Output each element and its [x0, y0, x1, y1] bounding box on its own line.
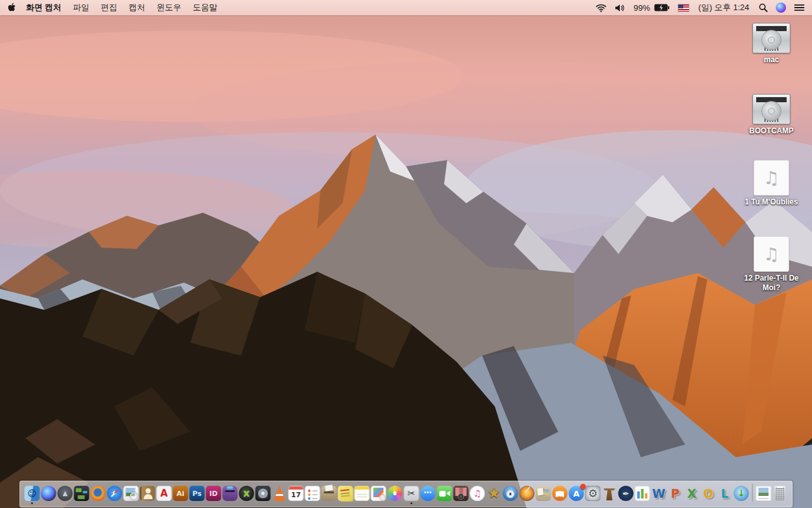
desktop-icon-label: 1 Tu M'Oublies: [733, 197, 809, 207]
desktop-icon-label: BOOTCAMP: [733, 126, 809, 136]
desktop-icon-audio-12-parle-t-il-de-moi[interactable]: 12 Parle-T-Il De Moi?: [733, 236, 809, 293]
menu-윈도우[interactable]: 윈도우: [157, 2, 181, 13]
dock-keynote[interactable]: [602, 486, 617, 501]
menu-도움말[interactable]: 도움말: [193, 2, 218, 13]
lync-glyph: L: [721, 488, 728, 500]
dock-messages[interactable]: ⋯: [421, 486, 436, 501]
menu-파일[interactable]: 파일: [73, 2, 89, 13]
dock-vlc[interactable]: [272, 486, 287, 501]
excel-glyph: X: [687, 488, 697, 500]
dock-archive-box[interactable]: [322, 486, 337, 501]
dock-launchpad[interactable]: ▲: [58, 486, 73, 501]
volume-icon[interactable]: [615, 4, 625, 12]
dock-photos[interactable]: [388, 486, 403, 501]
dock-items: ☺▲AAiPsIDX17✂⋯♫★A⚙✒WPXOL↓: [24, 484, 789, 502]
drive-icon: [752, 23, 790, 53]
dock: ☺▲AAiPsIDX17✂⋯♫★A⚙✒WPXOL↓: [20, 481, 793, 507]
dock-disk-tool[interactable]: [256, 486, 271, 501]
dock-lync[interactable]: L: [717, 486, 733, 501]
running-indicator: [410, 502, 412, 504]
battery-percent: 99%: [634, 3, 650, 13]
grab-glyph: ✂: [407, 489, 416, 498]
illustrator-glyph: Ai: [176, 490, 184, 497]
dock-mission-control[interactable]: [74, 486, 89, 501]
wifi-icon[interactable]: [596, 4, 606, 12]
desktop-icon-drive-mac[interactable]: mac: [733, 23, 809, 65]
word-glyph: W: [652, 488, 665, 500]
dock-imovie[interactable]: ★: [487, 486, 502, 501]
photoshop-glyph: Ps: [192, 490, 201, 497]
dock-photoshop[interactable]: Ps: [190, 486, 205, 501]
spotlight-search-icon[interactable]: [759, 3, 768, 12]
dock-itunes[interactable]: ♫: [470, 486, 485, 501]
indesign-glyph: ID: [209, 490, 218, 497]
dock-word[interactable]: W: [652, 486, 667, 501]
dock-powerpoint[interactable]: P: [668, 486, 683, 501]
dock-stickies[interactable]: [338, 486, 353, 501]
siri-icon[interactable]: [776, 3, 786, 13]
dock-notes[interactable]: [355, 486, 370, 501]
desktop-icon-drive-bootcamp[interactable]: BOOTCAMP: [733, 94, 809, 136]
pages-glyph: ✒: [622, 490, 629, 498]
dock-trash[interactable]: [773, 486, 788, 501]
dock-separator: [752, 484, 753, 502]
menu-캡처[interactable]: 캡처: [129, 2, 145, 13]
system-preferences-glyph: ⚙: [588, 488, 598, 499]
dock-garageband[interactable]: [520, 486, 535, 501]
calendar-glyph: 17: [291, 491, 301, 498]
desktop-icon-label: 12 Parle-T-Il De Moi?: [733, 274, 809, 293]
dock-app-store[interactable]: A: [569, 486, 584, 501]
outlook-glyph: O: [703, 488, 713, 500]
dock-grab[interactable]: ✂: [404, 486, 419, 501]
dock-green-x[interactable]: X: [239, 486, 254, 501]
dock-firefox[interactable]: [91, 486, 106, 501]
dock-doc-viewer[interactable]: [371, 486, 386, 501]
desktop-icon-label: mac: [733, 55, 809, 65]
dock-preview[interactable]: [124, 486, 139, 501]
app-store-glyph: A: [573, 490, 579, 498]
dock-reminders[interactable]: [305, 486, 320, 501]
dock-excel[interactable]: X: [684, 486, 700, 501]
dock-contacts[interactable]: [140, 486, 155, 501]
notification-center-icon[interactable]: [794, 4, 804, 11]
dock-safari[interactable]: [107, 486, 122, 501]
imovie-glyph: ★: [488, 486, 501, 500]
downloader-glyph: ↓: [737, 489, 745, 498]
dock-facetime[interactable]: [437, 486, 452, 501]
powerpoint-glyph: P: [671, 488, 680, 500]
dock-document-file[interactable]: [756, 486, 771, 501]
input-source-us-flag[interactable]: [678, 4, 689, 11]
running-indicator: [31, 502, 33, 504]
menubar-menus: 파일편집캡처윈도우도움말: [73, 2, 229, 13]
audio-icon: [754, 236, 789, 272]
dock-pinboard[interactable]: [536, 486, 551, 501]
dock-toast[interactable]: [223, 486, 238, 501]
apple-menu[interactable]: [8, 3, 16, 13]
wallpaper: [0, 0, 812, 508]
battery-charging-icon[interactable]: [654, 4, 670, 11]
dock-outlook[interactable]: O: [701, 486, 716, 501]
dock-pages[interactable]: ✒: [619, 486, 634, 501]
menu-bar: 화면 캡처 파일편집캡처윈도우도움말 99% (일) 오: [0, 0, 812, 15]
acrobat-glyph: A: [160, 489, 168, 498]
dock-ibooks[interactable]: [553, 486, 568, 501]
menubar-clock[interactable]: (일) 오후 1:24: [698, 2, 749, 13]
dock-illustrator[interactable]: Ai: [173, 486, 188, 501]
active-app-name[interactable]: 화면 캡처: [26, 2, 62, 13]
dock-siri[interactable]: [41, 486, 56, 501]
audio-icon: [754, 160, 789, 196]
dock-dvd-player[interactable]: [503, 486, 518, 501]
dock-indesign[interactable]: ID: [206, 486, 221, 501]
finder-glyph: ☺: [27, 489, 37, 498]
dock-photo-booth[interactable]: [454, 486, 469, 501]
desktop-icon-audio-1-tu-moublies[interactable]: 1 Tu M'Oublies: [733, 160, 809, 207]
desktop: 화면 캡처 파일편집캡처윈도우도움말 99% (일) 오: [0, 0, 812, 508]
menu-편집[interactable]: 편집: [101, 2, 117, 13]
dock-calendar[interactable]: 17: [289, 486, 304, 501]
dock-acrobat[interactable]: A: [157, 486, 172, 501]
dock-numbers[interactable]: [635, 486, 650, 501]
dock-downloader[interactable]: ↓: [734, 486, 749, 501]
dock-finder[interactable]: ☺: [25, 486, 40, 501]
green-x-glyph: X: [243, 490, 249, 498]
dock-system-preferences[interactable]: ⚙: [586, 486, 601, 501]
